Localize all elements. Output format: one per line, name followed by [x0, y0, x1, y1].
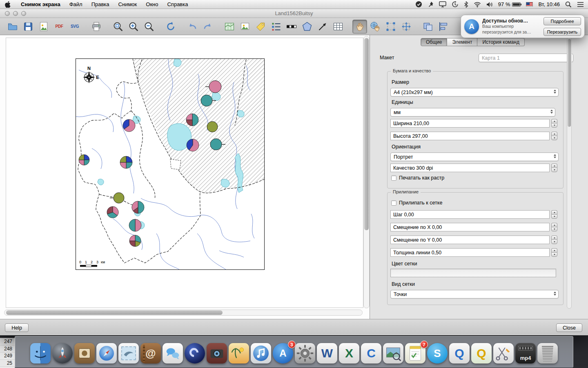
- dock-q-messenger-icon[interactable]: Q: [449, 343, 470, 364]
- height-input[interactable]: Высота 297,00: [390, 132, 550, 140]
- status-check-icon[interactable]: [415, 1, 422, 8]
- zoom-content-button[interactable]: [368, 20, 383, 34]
- menu-window[interactable]: Окно: [141, 1, 163, 7]
- dock-photo-booth-icon[interactable]: [207, 343, 227, 364]
- dock-safari-icon[interactable]: [96, 343, 117, 364]
- panel-scrollbar-thumb[interactable]: [568, 39, 571, 127]
- menu-help[interactable]: Справка: [163, 1, 192, 7]
- canvas-vertical-scrollbar[interactable]: [363, 36, 370, 308]
- export-image-button[interactable]: [36, 20, 51, 34]
- grid-step-stepper[interactable]: [551, 210, 557, 219]
- offset-x-stepper[interactable]: [551, 223, 557, 231]
- menu-clock[interactable]: Вт, 10:46: [538, 1, 560, 7]
- zoom-window-button[interactable]: [21, 11, 26, 16]
- add-label-button[interactable]: [253, 20, 268, 34]
- dock-media-app-icon[interactable]: [74, 343, 95, 364]
- map-canvas[interactable]: N E 0 1 2 3 км: [76, 58, 265, 270]
- add-scalebar-button[interactable]: [284, 20, 299, 34]
- input-language-flag-icon[interactable]: [526, 2, 533, 7]
- menu-edit[interactable]: Правка: [87, 1, 114, 7]
- refresh-view-button[interactable]: [163, 20, 178, 34]
- quality-input[interactable]: Качество 300 dpi: [390, 164, 550, 172]
- dock-launchpad-icon[interactable]: [52, 343, 73, 364]
- snap-grid-checkbox[interactable]: [391, 200, 396, 206]
- help-button[interactable]: Help: [5, 323, 29, 332]
- dock-mail-icon[interactable]: [118, 343, 139, 364]
- print-button[interactable]: [89, 20, 104, 34]
- export-pdf-button[interactable]: PDF: [52, 20, 67, 34]
- dock-trash-icon[interactable]: [537, 343, 558, 364]
- line-width-stepper[interactable]: [551, 248, 557, 257]
- orientation-select[interactable]: Портрет: [390, 153, 559, 161]
- size-select[interactable]: A4 (210x297 мм): [390, 88, 559, 96]
- details-button[interactable]: Подробнее: [543, 17, 581, 25]
- tab-general[interactable]: Общие: [421, 38, 447, 46]
- offset-y-stepper[interactable]: [551, 236, 557, 244]
- print-raster-checkbox-row[interactable]: Печатать как растр: [391, 175, 444, 181]
- dock-contacts-icon[interactable]: @: [140, 343, 161, 364]
- push-pin-icon[interactable]: [428, 1, 434, 8]
- dock-iphoto-icon[interactable]: [229, 343, 249, 364]
- save-template-button[interactable]: [21, 20, 36, 34]
- close-window-button[interactable]: [5, 11, 10, 16]
- dock-qgis-icon[interactable]: Q: [471, 343, 492, 364]
- apple-menu[interactable]: [0, 1, 16, 8]
- width-stepper[interactable]: [551, 119, 557, 128]
- width-input[interactable]: Ширина 210,00: [390, 119, 550, 128]
- dock-skype-icon[interactable]: S: [427, 343, 448, 364]
- notification-center-icon[interactable]: [577, 2, 584, 7]
- layout-select[interactable]: Карта 1: [479, 54, 573, 62]
- add-legend-button[interactable]: [269, 20, 283, 34]
- hscroll-thumb[interactable]: [6, 310, 223, 315]
- undo-button[interactable]: [185, 20, 200, 34]
- add-map-button[interactable]: [222, 20, 237, 34]
- units-select[interactable]: мм: [390, 108, 555, 117]
- open-template-button[interactable]: [5, 20, 20, 34]
- add-table-button[interactable]: [331, 20, 345, 34]
- menu-capture[interactable]: Снимок: [114, 1, 142, 7]
- move-item-content-button[interactable]: [399, 20, 414, 34]
- add-arrow-button[interactable]: [315, 20, 330, 34]
- height-stepper[interactable]: [551, 132, 557, 140]
- zoom-full-button[interactable]: [111, 20, 125, 34]
- restart-button[interactable]: Перезагрузить: [543, 28, 581, 36]
- snap-grid-checkbox-row[interactable]: Прилипать к сетке: [391, 200, 442, 206]
- display-icon[interactable]: [439, 1, 446, 7]
- grid-step-input[interactable]: Шаг 0,00: [390, 210, 550, 219]
- wifi-icon[interactable]: [474, 2, 481, 7]
- offset-y-input[interactable]: Смещение по Y 0,00: [390, 236, 550, 244]
- select-move-item-button[interactable]: [383, 20, 398, 34]
- dock-quicktime-icon[interactable]: [185, 343, 205, 364]
- minimize-window-button[interactable]: [13, 11, 18, 16]
- print-raster-checkbox[interactable]: [391, 175, 396, 181]
- dock-system-preferences-icon[interactable]: [295, 343, 315, 364]
- vscroll-thumb[interactable]: [364, 38, 369, 230]
- dock-app-store-icon[interactable]: A3: [273, 343, 293, 364]
- zoom-out-button[interactable]: [142, 20, 156, 34]
- line-width-input[interactable]: Толщина линии 0,50: [390, 248, 550, 257]
- quality-stepper[interactable]: [551, 164, 557, 172]
- spotlight-icon[interactable]: [565, 1, 572, 8]
- tab-command-history[interactable]: История команд: [477, 38, 524, 46]
- grid-color-well[interactable]: [390, 269, 556, 277]
- dock-messages-icon[interactable]: [163, 343, 183, 364]
- export-svg-button[interactable]: SVG: [67, 20, 82, 34]
- time-machine-icon[interactable]: [452, 1, 459, 8]
- menu-file[interactable]: Файл: [65, 1, 87, 7]
- dock-tasks-icon[interactable]: 7: [405, 343, 425, 364]
- grid-style-select[interactable]: Точки: [390, 290, 559, 298]
- offset-x-input[interactable]: Смещение по X 0,00: [390, 223, 550, 231]
- zoom-in-button[interactable]: [126, 20, 141, 34]
- add-shape-button[interactable]: [300, 20, 314, 34]
- dock-c-app-icon[interactable]: C: [361, 343, 381, 364]
- pan-tool-button[interactable]: [352, 20, 367, 34]
- panel-scrollbar[interactable]: [567, 37, 572, 309]
- bluetooth-icon[interactable]: [464, 1, 468, 8]
- dock-excel-icon[interactable]: X: [339, 343, 359, 364]
- align-items-button[interactable]: [436, 20, 451, 34]
- active-app-menu[interactable]: Снимок экрана: [16, 1, 65, 7]
- dock-design-app-icon[interactable]: [493, 343, 514, 364]
- tab-item[interactable]: Элемент: [447, 38, 477, 46]
- battery-status[interactable]: 97 %: [498, 1, 521, 7]
- dock-finder-icon[interactable]: [30, 343, 51, 364]
